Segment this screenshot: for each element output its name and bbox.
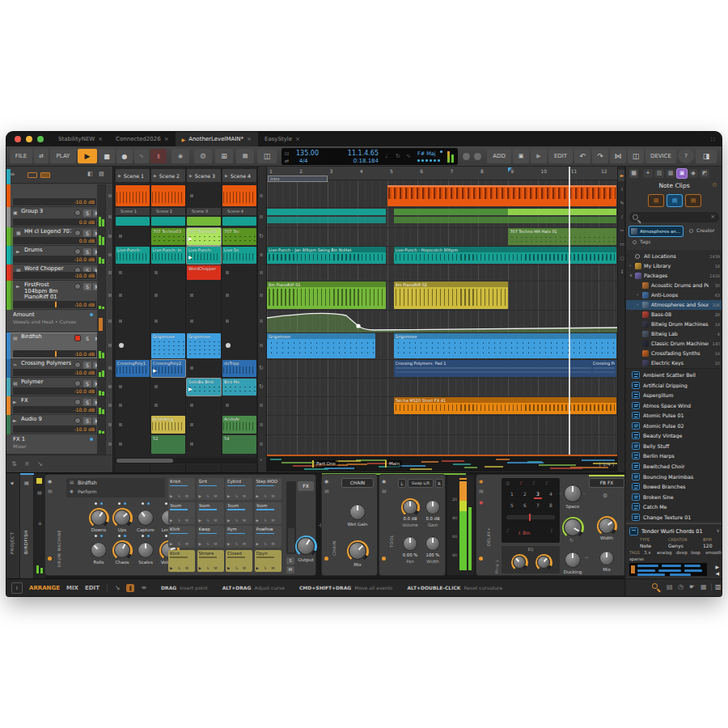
track-row-drums[interactable]: ►DrumsSM-10.0 dB — [6, 246, 113, 265]
browser-presets-icon[interactable]: ▥ — [654, 169, 664, 178]
drum-pad-kwap-9[interactable]: Kwap▶SM — [197, 526, 224, 548]
clip-stop-button[interactable] — [119, 423, 122, 426]
arranger-clip-8m-pianoriff-02[interactable]: 8m PianoRiff 02 — [394, 281, 509, 309]
window-tab-anotherlevelmain[interactable]: ▶AnotherLevelMAIN*× — [176, 132, 258, 147]
automation-lane[interactable] — [267, 310, 617, 332]
undo-button[interactable]: ↶ — [574, 149, 590, 163]
pad-solo-button[interactable]: S — [235, 566, 238, 570]
row-stop-icon[interactable] — [260, 271, 263, 274]
pad-play-icon[interactable]: ▶ — [227, 518, 230, 523]
track-row-firstfrost-104bpm-8m-pianoriff-01[interactable]: ►FirstFrost 104bpm 8m PianoRiff 01SM-10.… — [6, 281, 113, 310]
launcher-clip-54[interactable]: 54 — [222, 435, 256, 454]
tab-close-icon[interactable]: × — [98, 136, 103, 142]
track-row-crossing-polymers[interactable]: ≈Crossing PolymersSM-10.0 dB — [6, 359, 113, 378]
clip-stop-button[interactable] — [119, 442, 122, 446]
tab-close-icon[interactable]: × — [295, 136, 300, 142]
clip-stop-button[interactable] — [226, 294, 229, 297]
file-button[interactable]: FILE — [10, 149, 32, 163]
launcher-clip-clip[interactable] — [151, 217, 185, 226]
delay-step-1[interactable]: 1 — [508, 491, 516, 497]
row-stop-icon[interactable] — [260, 404, 263, 407]
clip-stop-button[interactable] — [119, 404, 122, 407]
launcher-clip-clip[interactable] — [187, 217, 221, 226]
arranger-clip-live-punch-jan-90bpm-swing-bin-nohat[interactable]: Live-Punch - Jan 90bpm Swing Bin NoHat — [267, 247, 386, 264]
row-stop-icon[interactable] — [260, 442, 263, 446]
row-stop-icon[interactable] — [260, 320, 263, 323]
delay-step-6[interactable]: 6 — [521, 502, 529, 508]
tab-project[interactable]: PROJECT▪ — [6, 473, 20, 578]
position-value[interactable]: 11.1.4.65 — [332, 150, 379, 157]
export-play-icon[interactable]: ▶ — [531, 149, 547, 163]
group-clip-bar[interactable] — [394, 217, 617, 223]
pad-mute-button[interactable]: M — [272, 566, 275, 570]
pad-solo-button[interactable]: S — [265, 566, 267, 570]
pad-play-icon[interactable]: ▶ — [170, 566, 172, 570]
add-device-icon[interactable]: + — [37, 520, 43, 527]
drum-pad-rym-10[interactable]: Rym▶SM — [226, 526, 252, 548]
time-value[interactable]: 0:18.184 — [332, 158, 379, 164]
tag-deep[interactable]: deep — [676, 550, 688, 555]
preview-audition-icon[interactable]: ◀ — [715, 570, 719, 576]
maximize-button[interactable] — [37, 136, 44, 142]
volume-fader[interactable]: -10.0 dB — [13, 369, 96, 376]
delay-display[interactable]: ◷♪♪♪12345678♪♪8m↥ — [502, 478, 560, 543]
arranger-clip-grigsmove[interactable]: Grigsmove — [394, 333, 617, 358]
pad-solo-button[interactable]: S — [178, 518, 180, 523]
clip-stop-button[interactable] — [190, 423, 193, 426]
group-clip-bar[interactable] — [267, 209, 386, 215]
note-value-icon[interactable]: ♪ — [545, 480, 548, 485]
result-item-broken-sine[interactable]: Broken Sine — [626, 493, 722, 502]
delay-time-handle[interactable] — [529, 514, 531, 521]
volume-fader[interactable]: -10.0 dB — [13, 406, 96, 413]
launcher-clip-live-punch[interactable]: Live-Punch-▶ — [187, 247, 221, 264]
solo-button[interactable]: S — [83, 399, 91, 406]
clip-stop-button[interactable] — [119, 235, 122, 238]
solo-button[interactable]: S — [83, 335, 91, 342]
launcher-clip-acidoar[interactable]: AcidoAr — [222, 416, 256, 434]
minimize-button[interactable] — [26, 136, 32, 142]
tag-analog[interactable]: analog — [657, 550, 672, 555]
panel-toggle-button[interactable]: ◨ — [696, 149, 717, 163]
browser-plugins-icon[interactable]: ◩ — [700, 169, 709, 178]
track-row-group-3[interactable]: ▣Group 3SM0.0 dB — [6, 207, 113, 227]
launcher-clip-grigsmove[interactable]: Grigsmove — [187, 333, 221, 358]
footer-grid-icon[interactable]: ▥ — [715, 583, 722, 590]
arranger-clip-audio[interactable] — [387, 185, 616, 206]
tab-birdfish[interactable]: BIRDFISH▤ — [20, 473, 34, 578]
result-item-bewitched-choir[interactable]: Bewitched Choir — [626, 462, 722, 472]
pad-solo-button[interactable]: S — [207, 542, 210, 546]
add-button[interactable]: ADD — [487, 149, 511, 163]
pad-play-icon[interactable]: ▶ — [227, 494, 230, 498]
tree-item-electric-keys[interactable]: Electric Keys10 — [626, 358, 722, 368]
arranger-clip-707-techno-hh-hats-01[interactable]: 707 Techno HH Hats 01 — [508, 228, 616, 245]
track-row-top[interactable]: -10.0 dB — [6, 184, 113, 207]
quantize-icon[interactable]: ❚ — [126, 584, 134, 592]
group-filter2-icon[interactable] — [40, 172, 50, 178]
pad-mute-button[interactable]: M — [185, 566, 188, 570]
tree-chevron-icon[interactable]: › — [637, 292, 638, 297]
pad-mute-button[interactable]: M — [243, 518, 246, 523]
minimap-marker-main[interactable]: Main — [385, 460, 402, 468]
sync-clock-icon[interactable]: ◷ — [506, 480, 510, 485]
device-preset-folder-icon[interactable]: ▤ — [382, 488, 387, 493]
pad-solo-button[interactable]: S — [178, 494, 180, 498]
pad-play-icon[interactable]: ▶ — [227, 542, 230, 546]
launcher-clip-clip[interactable] — [151, 185, 185, 206]
drum-pad-cybird-2[interactable]: Cybird▶SM — [226, 478, 252, 500]
filter-chip-atmospheres[interactable]: Atmospheres an... — [629, 226, 683, 236]
pad-solo-button[interactable]: S — [265, 542, 267, 546]
pad-mute-button[interactable]: M — [185, 518, 188, 523]
result-item-aspergillum[interactable]: Aspergillum — [626, 391, 722, 400]
group-scene-button-scene-2[interactable]: Scene 2 — [151, 208, 185, 215]
scene-button-scene-4[interactable]: ▶Scene 4 — [222, 169, 256, 182]
device-preset-folder-icon[interactable]: ▤ — [479, 488, 484, 493]
volume-fader[interactable]: -10.0 dB — [13, 256, 96, 263]
track-row-word-chopper[interactable]: ▤Word ChopperSM-10.0 dB — [6, 265, 113, 281]
groove-icon[interactable]: ⇄ — [285, 158, 289, 163]
result-item-bouncing-marimbas[interactable]: Bouncing Marimbas — [626, 472, 722, 482]
pad-play-icon[interactable]: ▶ — [256, 542, 259, 546]
pad-mute-button[interactable]: M — [272, 494, 275, 498]
browser-note-clips-icon[interactable]: ▣ — [677, 169, 687, 178]
key-display[interactable]: F# Maj — [417, 150, 436, 157]
settings-gear-icon[interactable]: ⚙ — [194, 149, 212, 163]
